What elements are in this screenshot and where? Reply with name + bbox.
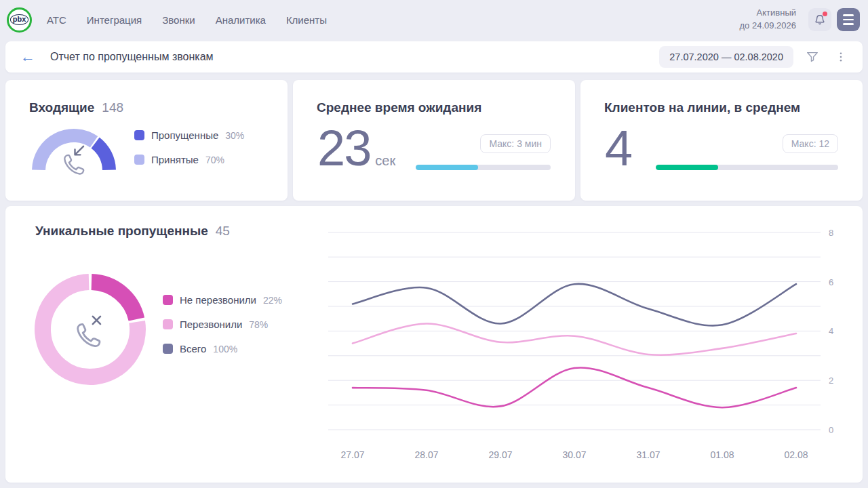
svg-text:2: 2 (829, 375, 833, 386)
account-status-line1: Активный (740, 7, 797, 20)
wait-unit: сек (375, 153, 395, 169)
back-button[interactable]: ← (20, 49, 35, 64)
account-status-line2: до 24.09.2026 (740, 20, 797, 33)
unique-missed-card: Уникальные пропущенные 45 Не перезвонили… (5, 206, 863, 483)
more-options-button[interactable] (831, 47, 850, 66)
wait-value: 23 (317, 126, 370, 170)
filter-button[interactable] (803, 47, 822, 66)
legend-item-accepted: Принятые 70% (134, 154, 244, 165)
nav-item-clients[interactable]: Клиенты (286, 14, 327, 26)
missed-calls-line-chart: 0246827.0728.0729.0730.0731.0701.0802.08 (317, 221, 860, 476)
legend-item-missed: Пропущенные 30% (134, 129, 244, 141)
svg-text:01.08: 01.08 (710, 449, 734, 460)
funnel-icon (805, 49, 820, 64)
page-title: Отчет по пропущенным звонкам (50, 51, 214, 63)
pbx-logo-text: pbx (10, 14, 29, 25)
wait-progress-fill (416, 165, 477, 170)
wait-max-badge: Макс: 3 мин (480, 134, 551, 153)
hamburger-icon (843, 14, 854, 16)
incoming-title: Входящие (29, 100, 94, 115)
pbx-logo[interactable]: pbx (7, 7, 32, 33)
top-nav: pbx АТС Интеграция Звонки Аналитика Клие… (0, 0, 868, 39)
avg-wait-time-card: Среднее время ожидания 23 сек Макс: 3 ми… (293, 80, 575, 201)
svg-text:29.07: 29.07 (488, 449, 512, 460)
missed-swatch (134, 130, 144, 140)
svg-text:28.07: 28.07 (414, 449, 438, 460)
clients-title: Клиентов на линии, в среднем (604, 100, 800, 115)
clients-progress-track (656, 165, 838, 170)
notification-badge-dot (823, 12, 827, 16)
legend-item-total: Всего 100% (163, 343, 282, 354)
account-status: Активный до 24.09.2026 (740, 7, 797, 33)
svg-text:0: 0 (829, 425, 833, 435)
nav-item-ats[interactable]: АТС (47, 14, 66, 26)
date-range-picker[interactable]: 27.07.2020 — 02.08.2020 (659, 46, 793, 68)
svg-text:6: 6 (829, 277, 833, 287)
kebab-icon (835, 51, 847, 63)
clients-on-line-card: Клиентов на линии, в среднем 4 Макс: 12 (580, 80, 863, 201)
incoming-gauge-chart (28, 127, 119, 179)
svg-text:27.07: 27.07 (340, 449, 364, 460)
svg-text:4: 4 (829, 326, 833, 336)
clients-value: 4 (605, 120, 631, 176)
nav-item-analytics[interactable]: Аналитика (216, 14, 266, 26)
unique-missed-donut-chart (28, 267, 153, 394)
unique-count: 45 (216, 224, 230, 239)
accepted-swatch (134, 155, 144, 165)
svg-text:02.08: 02.08 (784, 449, 808, 460)
incoming-legend: Пропущенные 30% Принятые 70% (134, 129, 244, 165)
svg-text:31.07: 31.07 (636, 449, 660, 460)
unique-legend: Не перезвонили 22% Перезвонили 78% Всего… (163, 294, 282, 354)
wait-progress-track (416, 165, 551, 170)
incoming-calls-card: Входящие 148 Пропущенные 30% Принятые 70… (5, 80, 288, 201)
unique-title: Уникальные пропущенные (35, 224, 208, 239)
svg-text:30.07: 30.07 (562, 449, 586, 460)
legend-item-not-called-back: Не перезвонили 22% (163, 294, 282, 306)
hamburger-menu-button[interactable] (837, 8, 860, 31)
nav-item-integration[interactable]: Интеграция (87, 14, 142, 26)
incoming-call-icon (64, 146, 83, 174)
clients-max-badge: Макс: 12 (783, 134, 838, 153)
svg-text:8: 8 (829, 228, 833, 238)
main-menu: АТС Интеграция Звонки Аналитика Клиенты (47, 14, 327, 26)
page-header: ← Отчет по пропущенным звонкам 27.07.202… (5, 41, 863, 73)
nav-item-calls[interactable]: Звонки (162, 14, 195, 26)
notifications-button[interactable] (808, 8, 831, 31)
incoming-count: 148 (102, 100, 123, 115)
missed-call-icon (78, 317, 100, 346)
clients-progress-fill (656, 165, 717, 170)
wait-title: Среднее время ожидания (317, 100, 481, 115)
legend-item-called-back: Перезвонили 78% (163, 319, 282, 330)
